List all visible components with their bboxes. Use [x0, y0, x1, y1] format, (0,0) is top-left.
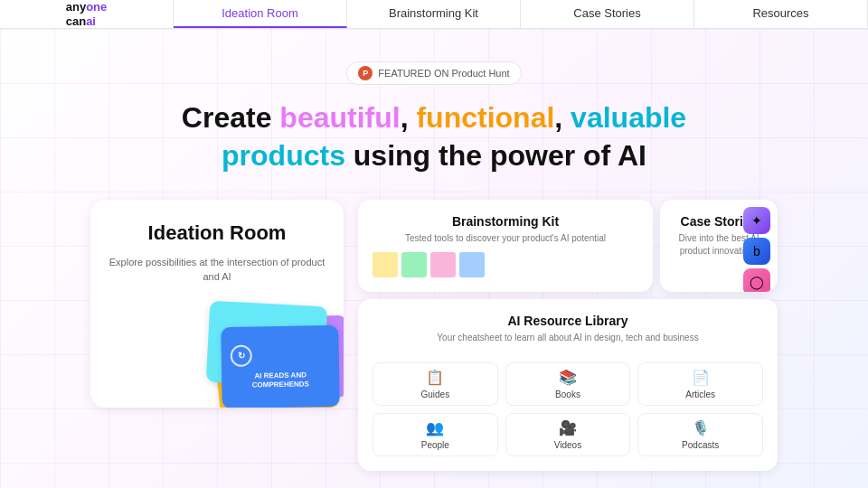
nav-item-resources[interactable]: Resources: [694, 0, 868, 28]
podcasts-label: Podcasts: [682, 440, 719, 450]
ideation-card-desc: Explore possibilities at the intersectio…: [108, 255, 326, 285]
resource-item-people[interactable]: 👥 People: [373, 413, 498, 456]
nav-item-case-stories[interactable]: Case Stories: [521, 0, 694, 28]
resource-item-guides[interactable]: 📋 Guides: [373, 362, 498, 406]
resource-title: AI Resource Library: [373, 314, 763, 328]
brainstorming-desc: Tested tools to discover your product's …: [373, 232, 638, 245]
navbar: anyonecanai Ideation Room Brainstorming …: [0, 0, 868, 29]
stack-card-label: AI READS AND COMPREHENDS: [231, 371, 330, 391]
sticky-note-green: [401, 252, 427, 277]
hero-section: P FEATURED ON Product Hunt Create beauti…: [0, 29, 868, 488]
resource-desc: Your cheatsheet to learn all about AI in…: [373, 332, 763, 344]
logo-text: anyonecanai: [66, 0, 108, 28]
cards-area: Ideation Room Explore possibilities at t…: [18, 200, 850, 471]
videos-icon: 🎥: [559, 419, 577, 436]
right-column: Brainstorming Kit Tested tools to discov…: [358, 200, 778, 471]
guides-label: Guides: [420, 389, 449, 399]
ideation-card-title: Ideation Room: [108, 221, 326, 245]
ideation-room-card[interactable]: Ideation Room Explore possibilities at t…: [90, 200, 344, 408]
books-label: Books: [555, 389, 580, 399]
articles-label: Articles: [685, 389, 715, 399]
resource-library-card[interactable]: AI Resource Library Your cheatsheet to l…: [358, 299, 778, 471]
podcasts-icon: 🎙️: [692, 419, 710, 436]
people-label: People: [421, 440, 449, 450]
app-icon-blue: b: [743, 238, 770, 265]
resource-text: AI Resource Library Your cheatsheet to l…: [373, 314, 763, 352]
product-hunt-icon: P: [358, 66, 373, 80]
app-icon-purple: ✦: [743, 207, 770, 234]
resource-grid: 📋 Guides 📚 Books 📄 Articles 👥 People: [373, 362, 763, 456]
articles-icon: 📄: [692, 369, 710, 386]
sticky-note-yellow: [373, 252, 398, 277]
brainstorming-title: Brainstorming Kit: [373, 214, 638, 229]
right-top-row: Brainstorming Kit Tested tools to discov…: [358, 200, 778, 292]
nav-item-ideation-room[interactable]: Ideation Room: [174, 0, 347, 28]
sticky-note-blue: [459, 252, 485, 277]
people-icon: 👥: [426, 419, 444, 436]
sticky-note-pink: [430, 252, 456, 277]
nav-item-brainstorming-kit[interactable]: Brainstorming Kit: [347, 0, 521, 28]
app-icons: ✦ b ◯: [743, 207, 770, 292]
resource-item-articles[interactable]: 📄 Articles: [637, 362, 763, 406]
nav-items: Ideation Room Brainstorming Kit Case Sto…: [174, 0, 868, 28]
guides-icon: 📋: [426, 369, 444, 386]
product-hunt-badge[interactable]: P FEATURED ON Product Hunt: [346, 61, 521, 85]
brainstorming-kit-card[interactable]: Brainstorming Kit Tested tools to discov…: [358, 200, 653, 292]
sticky-notes-visual: [373, 252, 638, 277]
books-icon: 📚: [559, 369, 577, 386]
resource-item-videos[interactable]: 🎥 Videos: [505, 413, 631, 456]
resource-item-books[interactable]: 📚 Books: [505, 362, 631, 406]
refresh-icon: ↻: [231, 344, 252, 366]
videos-label: Videos: [554, 440, 581, 450]
hero-title: Create beautiful, functional, valuable p…: [18, 99, 850, 174]
app-icon-pink: ◯: [743, 268, 770, 292]
resource-top: AI Resource Library Your cheatsheet to l…: [373, 314, 763, 352]
resource-item-podcasts[interactable]: 🎙️ Podcasts: [637, 413, 763, 456]
logo[interactable]: anyonecanai: [0, 0, 174, 28]
case-stories-card[interactable]: ✦ b ◯ Case Stories Dive into the best AI…: [660, 200, 778, 292]
stack-card-blue-top: ↻ AI READS AND COMPREHENDS: [221, 325, 340, 408]
stacked-cards-visual: ↻ AI READS AND COMPREHENDS: [190, 281, 344, 408]
badge-text: FEATURED ON Product Hunt: [378, 68, 509, 79]
